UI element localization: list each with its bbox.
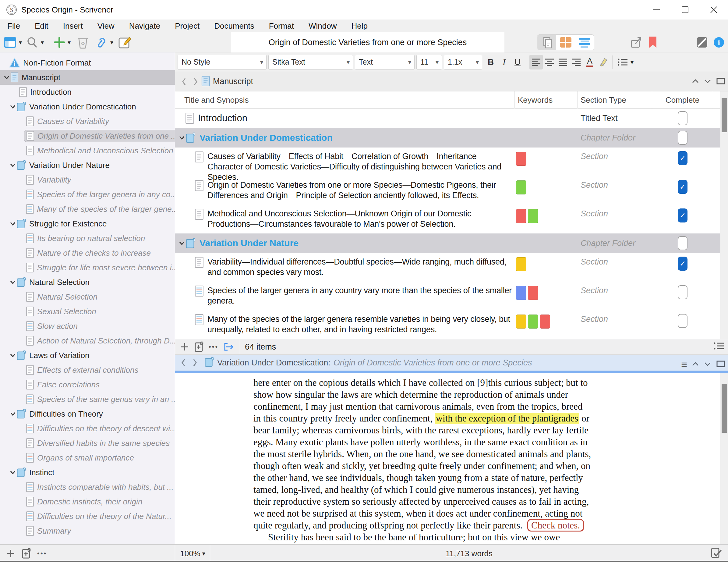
expand-editor-button[interactable] bbox=[716, 360, 726, 369]
collapse-chevron-icon[interactable] bbox=[178, 136, 186, 140]
quick-reference-button[interactable] bbox=[696, 32, 709, 52]
corkboard-view-button[interactable] bbox=[556, 35, 575, 50]
binder-item[interactable]: Struggle for Existence bbox=[0, 216, 175, 231]
binder-item[interactable]: Difficulties on Theory bbox=[0, 407, 175, 421]
menu-item-insert[interactable]: Insert bbox=[56, 21, 90, 31]
editor-scrollbar-thumb[interactable] bbox=[722, 384, 727, 433]
attach-button[interactable]: ▾ bbox=[94, 32, 113, 52]
italic-button[interactable]: I bbox=[497, 55, 511, 69]
outliner-row[interactable]: Species of the larger genera in any coun… bbox=[175, 282, 728, 310]
previous-document-button[interactable] bbox=[691, 78, 699, 85]
previous-document-button[interactable] bbox=[691, 361, 699, 368]
minimize-button[interactable] bbox=[642, 0, 671, 19]
share-button[interactable] bbox=[630, 32, 643, 52]
more-options-button[interactable]: ••• bbox=[37, 550, 47, 557]
align-left-button[interactable] bbox=[529, 55, 543, 69]
zoom-control[interactable]: 100%▾ bbox=[175, 545, 210, 562]
menu-item-edit[interactable]: Edit bbox=[27, 21, 56, 31]
complete-checkbox[interactable] bbox=[678, 285, 687, 299]
outliner-row[interactable]: Many of the species of the larger genera… bbox=[175, 310, 728, 339]
bookmark-button[interactable] bbox=[648, 32, 657, 52]
menu-item-navigate[interactable]: Navigate bbox=[122, 21, 168, 31]
collapse-chevron-icon[interactable] bbox=[9, 412, 16, 416]
search-button[interactable]: ▾ bbox=[26, 32, 44, 52]
export-outline-button[interactable] bbox=[223, 342, 235, 352]
caret-down-icon[interactable]: ▾ bbox=[19, 39, 22, 46]
outliner-view-button[interactable] bbox=[575, 35, 594, 50]
highlight-button[interactable] bbox=[596, 55, 610, 69]
column-keywords[interactable]: Keywords bbox=[515, 91, 578, 108]
outliner-row[interactable]: Causes of Variability—Effects of Habit—C… bbox=[175, 147, 728, 176]
forward-button[interactable] bbox=[189, 358, 201, 367]
menu-item-file[interactable]: File bbox=[0, 21, 27, 31]
binder-item[interactable]: Variation Under Nature bbox=[0, 158, 175, 172]
binder-item[interactable]: Struggle for life most severe between i.… bbox=[0, 260, 175, 275]
collapse-chevron-icon[interactable] bbox=[9, 221, 16, 226]
document-view-button[interactable] bbox=[537, 35, 556, 50]
style-dropdown[interactable]: No Style▾ bbox=[178, 55, 267, 69]
complete-checkbox[interactable] bbox=[678, 236, 687, 250]
list-format-button[interactable]: ▾ bbox=[615, 55, 636, 69]
trash-button[interactable]: ♻ bbox=[77, 32, 89, 52]
menu-item-help[interactable]: Help bbox=[344, 21, 375, 31]
binder-item[interactable]: Diversified habits in the same species bbox=[0, 436, 175, 451]
document-title-field[interactable]: Origin of Domestic Varieties from one or… bbox=[231, 32, 504, 52]
outliner-row[interactable]: Variation Under DomesticationChapter Fol… bbox=[175, 128, 728, 147]
menu-item-documents[interactable]: Documents bbox=[207, 21, 262, 31]
binder-item[interactable]: Slow action bbox=[0, 319, 175, 334]
binder-item[interactable]: Origin of Domestic Varieties from one ..… bbox=[0, 129, 175, 143]
editor-menu-button[interactable]: ≡ bbox=[681, 359, 687, 370]
bold-button[interactable]: B bbox=[484, 55, 497, 69]
column-title-synopsis[interactable]: Title and Synopsis bbox=[175, 91, 515, 108]
next-document-button[interactable] bbox=[704, 78, 712, 85]
collapse-chevron-icon[interactable] bbox=[3, 75, 10, 79]
binder-item[interactable]: Instinct bbox=[0, 465, 175, 480]
binder-item[interactable]: Action of Natural Selection, through D..… bbox=[0, 334, 175, 348]
complete-checkbox[interactable] bbox=[678, 111, 687, 125]
binder-item[interactable]: Its bearing on natural selection bbox=[0, 231, 175, 246]
caret-down-icon[interactable]: ▾ bbox=[41, 39, 44, 46]
binder-item[interactable]: Introduction bbox=[0, 85, 175, 99]
collapse-chevron-icon[interactable] bbox=[9, 470, 16, 475]
font-variant-dropdown[interactable]: Text▾ bbox=[355, 55, 415, 69]
expand-editor-button[interactable] bbox=[716, 77, 726, 86]
info-button[interactable]: i bbox=[713, 32, 725, 52]
binder-item[interactable]: Natural Selection bbox=[0, 290, 175, 304]
menu-item-format[interactable]: Format bbox=[262, 21, 301, 31]
binder-item[interactable]: Natural Selection bbox=[0, 275, 175, 290]
binder-item[interactable]: Sexual Selection bbox=[0, 304, 175, 319]
binder-item[interactable]: Causes of Variability bbox=[0, 114, 175, 129]
back-button[interactable] bbox=[178, 358, 189, 367]
binder-item[interactable]: Species of the larger genera in any co..… bbox=[0, 187, 175, 202]
binder-item[interactable]: Species of the same genus vary in an ... bbox=[0, 392, 175, 407]
caret-down-icon[interactable]: ▾ bbox=[68, 39, 71, 46]
next-document-button[interactable] bbox=[704, 361, 712, 368]
column-complete[interactable]: Complete bbox=[652, 91, 713, 108]
complete-checkbox[interactable]: ✓ bbox=[678, 151, 687, 165]
back-button[interactable] bbox=[178, 77, 190, 86]
add-item-button[interactable]: ▾ bbox=[54, 32, 71, 52]
complete-checkbox[interactable] bbox=[678, 131, 687, 145]
column-section-type[interactable]: Section Type bbox=[578, 91, 652, 108]
font-dropdown[interactable]: Sitka Text▾ bbox=[268, 55, 353, 69]
binder-item[interactable]: Laws of Variation bbox=[0, 348, 175, 363]
close-button[interactable] bbox=[699, 0, 728, 19]
binder-item[interactable]: Variability bbox=[0, 172, 175, 187]
document-text-area[interactable]: here enter on the copious details which … bbox=[175, 373, 728, 544]
binder-item[interactable]: Nature of the checks to increase bbox=[0, 246, 175, 260]
binder-item[interactable]: Manuscript bbox=[0, 70, 175, 85]
binder-item[interactable]: Difficulties on the theory of the Natur.… bbox=[0, 509, 175, 524]
line-spacing-dropdown[interactable]: 1.1x▾ bbox=[444, 55, 482, 69]
editor-scrollbar[interactable] bbox=[720, 373, 728, 544]
complete-checkbox[interactable]: ✓ bbox=[678, 256, 687, 270]
collapse-chevron-icon[interactable] bbox=[9, 163, 16, 167]
add-new-item-button[interactable] bbox=[194, 341, 204, 352]
binder-item[interactable]: Effects of external conditions bbox=[0, 363, 175, 377]
complete-checkbox[interactable]: ✓ bbox=[678, 208, 687, 222]
mark-complete-button[interactable] bbox=[710, 545, 723, 562]
forward-button[interactable] bbox=[190, 77, 201, 86]
outliner-row[interactable]: Variation Under NatureChapter Folder bbox=[175, 233, 728, 253]
binder-item[interactable]: Many of the species of the larger gene..… bbox=[0, 202, 175, 216]
binder-item[interactable]: Difficulties on the theory of descent wi… bbox=[0, 421, 175, 436]
align-justify-button[interactable] bbox=[556, 55, 570, 69]
